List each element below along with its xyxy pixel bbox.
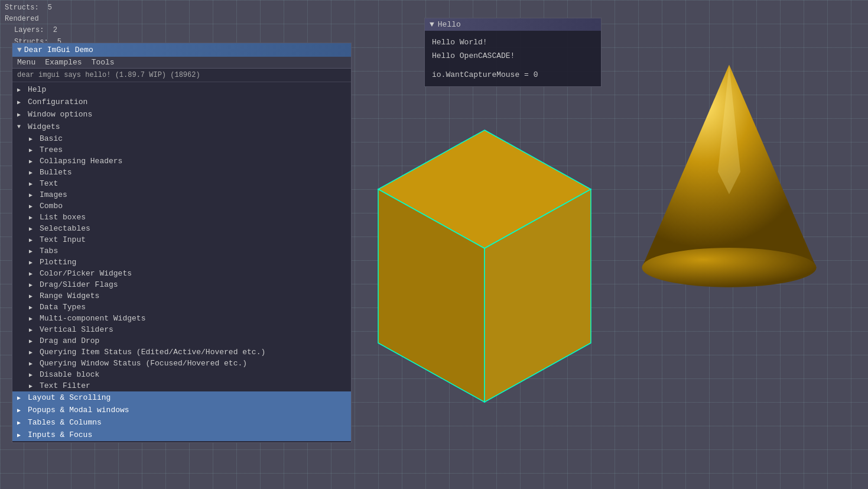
subitem-list-boxes[interactable]: ▶List boxes — [12, 212, 351, 223]
subitem-trees[interactable]: ▶Trees — [12, 144, 351, 156]
cone-svg — [626, 59, 833, 296]
demo-titlebar[interactable]: ▼ Dear ImGui Demo — [12, 43, 351, 57]
subitem-selectables[interactable]: ▶Selectables — [12, 223, 351, 234]
scene-area — [337, 0, 868, 489]
imgui-demo-window: ▼ Dear ImGui Demo Menu Examples Tools de… — [12, 43, 352, 443]
config-label: Configuration — [28, 98, 87, 106]
winopts-label: Window options — [28, 110, 92, 119]
arrow-text: ▶ — [29, 180, 36, 187]
demo-title: Dear ImGui Demo — [24, 46, 93, 54]
subitem-data-types[interactable]: ▶Data Types — [12, 302, 351, 313]
subitem-bullets[interactable]: ▶Bullets — [12, 167, 351, 178]
section-layout-scrolling[interactable]: ▶Layout & Scrolling — [12, 391, 351, 404]
section-window-options[interactable]: ▶ Window options — [12, 108, 351, 121]
subitem-tabs[interactable]: ▶Tabs — [12, 245, 351, 257]
arrow-vertical-sliders: ▶ — [29, 326, 36, 333]
subitem-range-widgets[interactable]: ▶Range Widgets — [12, 290, 351, 302]
arrow-inputs-focus: ▶ — [17, 432, 24, 439]
subitem-text[interactable]: ▶Text — [12, 178, 351, 189]
arrow-disable-block: ▶ — [29, 371, 36, 378]
arrow-querying-item: ▶ — [29, 349, 36, 356]
demo-menubar: Menu Examples Tools — [12, 57, 351, 69]
arrow-drag-drop: ▶ — [29, 338, 36, 345]
arrow-tables-columns: ▶ — [17, 419, 24, 426]
arrow-data-types: ▶ — [29, 304, 36, 311]
arrow-collapsing-headers: ▶ — [29, 158, 36, 165]
cube-svg — [366, 118, 603, 449]
arrow-range-widgets: ▶ — [29, 293, 36, 300]
arrow-text-input: ▶ — [29, 237, 36, 244]
subitem-disable-block[interactable]: ▶Disable block — [12, 369, 351, 380]
help-arrow: ▶ — [17, 86, 24, 93]
subitem-drag-drop[interactable]: ▶Drag and Drop — [12, 335, 351, 346]
subitem-text-input[interactable]: ▶Text Input — [12, 234, 351, 245]
subitem-querying-window[interactable]: ▶Querying Window Status (Focused/Hovered… — [12, 358, 351, 369]
subitem-multi-component[interactable]: ▶Multi-component Widgets — [12, 313, 351, 324]
subitem-vertical-sliders[interactable]: ▶Vertical Sliders — [12, 324, 351, 335]
subitem-plotting[interactable]: ▶Plotting — [12, 257, 351, 268]
subitem-text-filter[interactable]: ▶Text Filter — [12, 380, 351, 391]
arrow-selectables: ▶ — [29, 225, 36, 232]
demo-collapse-icon: ▼ — [17, 46, 22, 54]
subitem-querying-item[interactable]: ▶Querying Item Status (Edited/Active/Hov… — [12, 346, 351, 358]
section-help[interactable]: ▶ Help — [12, 83, 351, 96]
arrow-list-boxes: ▶ — [29, 214, 36, 221]
help-label: Help — [28, 85, 46, 94]
arrow-layout-scrolling: ▶ — [17, 394, 24, 401]
arrow-trees: ▶ — [29, 147, 36, 154]
arrow-basic: ▶ — [29, 135, 36, 143]
subitem-color-picker[interactable]: ▶Color/Picker Widgets — [12, 268, 351, 279]
arrow-combo: ▶ — [29, 203, 36, 210]
subitem-collapsing-headers[interactable]: ▶Collapsing Headers — [12, 156, 351, 167]
arrow-color-picker: ▶ — [29, 270, 36, 277]
version-text: dear imgui says hello! (1.89.7 WIP) (189… — [12, 69, 351, 82]
svg-point-4 — [642, 248, 816, 287]
section-popups-modal[interactable]: ▶Popups & Modal windows — [12, 404, 351, 416]
arrow-popups-modal: ▶ — [17, 407, 24, 414]
arrow-tabs: ▶ — [29, 248, 36, 255]
widgets-arrow: ▼ — [17, 124, 24, 130]
section-tables-columns[interactable]: ▶Tables & Columns — [12, 416, 351, 429]
widgets-subitems: ▶Basic▶Trees▶Collapsing Headers▶Bullets▶… — [12, 133, 351, 391]
arrow-images: ▶ — [29, 192, 36, 199]
menu-menu[interactable]: Menu — [17, 58, 35, 67]
menu-examples[interactable]: Examples — [45, 58, 82, 67]
demo-content: ▶ Help ▶ Configuration ▶ Window options … — [12, 82, 351, 442]
subitem-basic[interactable]: ▶Basic — [12, 133, 351, 144]
arrow-bullets: ▶ — [29, 169, 36, 176]
subitem-combo[interactable]: ▶Combo — [12, 200, 351, 212]
menu-tools[interactable]: Tools — [92, 58, 115, 67]
arrow-querying-window: ▶ — [29, 360, 36, 367]
subitem-drag-slider[interactable]: ▶Drag/Slider Flags — [12, 279, 351, 290]
section-inputs-focus[interactable]: ▶Inputs & Focus — [12, 429, 351, 441]
arrow-plotting: ▶ — [29, 259, 36, 266]
subitem-images[interactable]: ▶Images — [12, 189, 351, 200]
arrow-text-filter: ▶ — [29, 383, 36, 390]
section-configuration[interactable]: ▶ Configuration — [12, 96, 351, 108]
bottom-sections: ▶Layout & Scrolling▶Popups & Modal windo… — [12, 391, 351, 441]
config-arrow: ▶ — [17, 99, 24, 106]
winopts-arrow: ▶ — [17, 111, 24, 118]
widgets-label: Widgets — [28, 122, 60, 131]
arrow-multi-component: ▶ — [29, 315, 36, 322]
arrow-drag-slider: ▶ — [29, 281, 36, 289]
cone-container — [626, 59, 833, 296]
section-widgets[interactable]: ▼ Widgets — [12, 121, 351, 133]
cube-container — [366, 118, 603, 449]
